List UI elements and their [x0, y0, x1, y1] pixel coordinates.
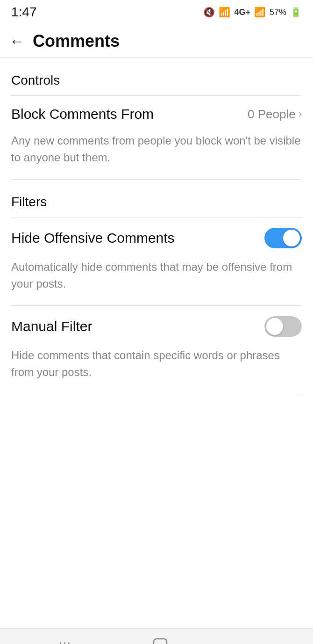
home-button[interactable]	[152, 637, 169, 644]
battery-icon: 🔋	[290, 7, 302, 18]
filters-section: Filters Hide Offensive Comments Automati…	[0, 180, 313, 394]
manual-filter-knob	[266, 318, 283, 335]
filters-section-heading: Filters	[0, 180, 313, 217]
status-bar: 1:47 🔇 📶 4G+ 📶 57% 🔋	[0, 0, 313, 24]
network-label: 4G+	[234, 7, 250, 17]
hide-offensive-knob	[283, 230, 300, 246]
block-comments-label: Block Comments From	[11, 106, 248, 122]
main-content: Controls Block Comments From 0 People › …	[0, 58, 313, 628]
bottom-nav: ||| ‹	[0, 628, 313, 644]
controls-section: Controls Block Comments From 0 People › …	[0, 58, 313, 180]
svg-rect-0	[154, 639, 167, 644]
mute-icon: 🔇	[203, 7, 215, 18]
block-comments-description: Any new comments from people you block w…	[0, 132, 313, 179]
manual-filter-label: Manual Filter	[11, 318, 264, 334]
controls-section-heading: Controls	[0, 58, 313, 95]
page-title: Comments	[33, 31, 120, 51]
block-comments-value: 0 People ›	[248, 107, 302, 122]
block-comments-row[interactable]: Block Comments From 0 People ›	[0, 96, 313, 132]
status-icons: 🔇 📶 4G+ 📶 57% 🔋	[203, 7, 302, 18]
signal-icon: 📶	[254, 7, 266, 18]
manual-filter-toggle[interactable]	[264, 316, 302, 337]
chevron-icon: ›	[299, 108, 302, 120]
manual-filter-row: Manual Filter	[0, 306, 313, 347]
battery-label: 57%	[270, 7, 286, 17]
status-time: 1:47	[11, 5, 37, 20]
back-nav-button[interactable]: ‹	[249, 640, 254, 644]
top-nav: ← Comments	[0, 24, 313, 58]
content-spacer	[0, 394, 313, 628]
manual-filter-description: Hide comments that contain specific word…	[0, 347, 313, 394]
hide-offensive-label: Hide Offensive Comments	[11, 230, 264, 246]
hide-offensive-description: Automatically hide comments that may be …	[0, 259, 313, 305]
back-button[interactable]: ←	[9, 34, 24, 49]
wifi-icon: 📶	[219, 7, 230, 18]
recent-apps-button[interactable]: |||	[59, 640, 71, 644]
hide-offensive-toggle[interactable]	[264, 228, 302, 248]
block-comments-count: 0 People	[248, 107, 296, 122]
hide-offensive-row: Hide Offensive Comments	[0, 217, 313, 259]
